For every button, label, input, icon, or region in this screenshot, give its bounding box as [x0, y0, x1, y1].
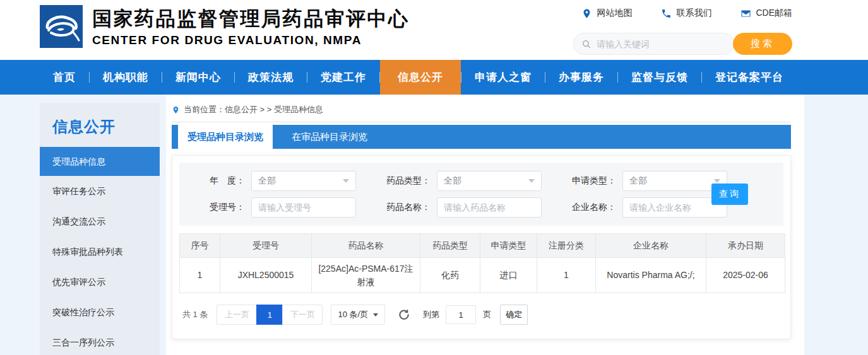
prev-page-button[interactable]: 上一页 — [217, 305, 257, 325]
map-pin-icon — [581, 8, 592, 19]
cell-acceptance-no: JXHL2500015 — [220, 258, 312, 293]
drug-type-filter: 药品类型： 全部 — [386, 171, 554, 191]
caret-down-icon — [343, 179, 349, 183]
acceptance-no-input[interactable] — [251, 197, 356, 218]
sidebar-item-three-in-one[interactable]: 三合一序列公示 — [40, 327, 160, 355]
col-header-drug-type: 药品类型 — [420, 234, 480, 258]
query-button[interactable]: 查询 — [711, 183, 748, 205]
apply-type-select-value: 全部 — [629, 175, 647, 187]
col-header-date: 承办日期 — [706, 234, 785, 258]
drug-name-label: 药品名称： — [386, 202, 431, 213]
nav-item-applicant-window[interactable]: 申请人之窗 — [461, 60, 545, 95]
site-subtitle: CENTER FOR DRUG EVALUATION, NMPA — [92, 33, 410, 47]
sitemap-link[interactable]: 网站地图 — [581, 8, 632, 19]
nav-item-home[interactable]: 首页 — [40, 60, 89, 95]
refresh-icon[interactable] — [398, 308, 410, 321]
tab-bar: 受理品种目录浏览 在审品种目录浏览 — [172, 125, 791, 149]
sidebar-item-breakthrough-therapy[interactable]: 突破性治疗公示 — [40, 297, 160, 327]
breadcrumb: 当前位置：信息公开 > > 受理品种信息 — [172, 104, 791, 122]
acceptance-no-label: 受理号： — [201, 202, 245, 213]
nav-item-services[interactable]: 办事服务 — [545, 60, 617, 95]
filter-row-1: 年 度： 全部 药品类型： 全部 申请类型： — [179, 168, 783, 194]
col-header-drug-name: 药品名称 — [312, 234, 420, 258]
table-header-row: 序号 受理号 药品名称 药品类型 申请类型 注册分类 企业名称 承办日期 — [180, 234, 785, 258]
col-header-acceptance-no: 受理号 — [220, 234, 312, 258]
goto-unit: 页 — [483, 309, 491, 320]
breadcrumb-text: 当前位置：信息公开 > > 受理品种信息 — [184, 104, 323, 115]
col-header-seq: 序号 — [180, 234, 220, 258]
sidebar-item-special-approval[interactable]: 特殊审批品种列表 — [40, 236, 160, 267]
site-header: 国家药品监督管理局药品审评中心 CENTER FOR DRUG EVALUATI… — [0, 0, 868, 60]
content-column: 当前位置：信息公开 > > 受理品种信息 受理品种目录浏览 在审品种目录浏览 年… — [166, 95, 804, 355]
cell-drug-name: [225Ac]Ac-PSMA-617注射液 — [312, 258, 420, 293]
mailbox-label: CDE邮箱 — [756, 8, 792, 19]
search-box[interactable] — [573, 33, 734, 55]
nav-item-news[interactable]: 新闻中心 — [162, 60, 234, 95]
content-panel: 年 度： 全部 药品类型： 全部 申请类型： — [172, 155, 791, 339]
year-select-value: 全部 — [258, 175, 276, 187]
col-header-apply-type: 申请类型 — [480, 234, 537, 258]
phone-icon — [661, 8, 672, 19]
year-filter: 年 度： 全部 — [201, 171, 369, 191]
sidebar: 信息公开 受理品种信息 审评任务公示 沟通交流公示 特殊审批品种列表 优先审评公… — [40, 103, 160, 355]
breadcrumb-divider — [172, 122, 791, 122]
cell-drug-type: 化药 — [420, 258, 480, 293]
sidebar-item-review-tasks[interactable]: 审评任务公示 — [40, 176, 160, 206]
mailbox-link[interactable]: CDE邮箱 — [740, 8, 792, 19]
nav-item-registration-platform[interactable]: 登记备案平台 — [702, 60, 797, 95]
col-header-reg-class: 注册分类 — [537, 234, 596, 258]
cell-company: Novartis Pharma AG;/; — [596, 258, 706, 293]
search-icon — [581, 39, 592, 49]
search-button[interactable]: 搜索 — [733, 33, 792, 55]
sidebar-title: 信息公开 — [40, 103, 160, 147]
search-input[interactable] — [597, 39, 710, 49]
drug-type-select[interactable]: 全部 — [437, 171, 542, 191]
drug-name-filter: 药品名称： — [386, 197, 554, 218]
tab-accepted-catalog[interactable]: 受理品种目录浏览 — [178, 125, 273, 149]
sidebar-item-communication[interactable]: 沟通交流公示 — [40, 206, 160, 236]
total-count: 共 1 条 — [182, 309, 208, 320]
contact-link[interactable]: 联系我们 — [661, 8, 711, 19]
table-row: 1 JXHL2500015 [225Ac]Ac-PSMA-617注射液 化药 进… — [180, 258, 785, 293]
header-quick-links: 网站地图 联系我们 CDE邮箱 — [581, 8, 792, 19]
main-nav: 首页 机构职能 新闻中心 政策法规 党建工作 信息公开 申请人之窗 办事服务 监… — [0, 60, 868, 95]
apply-type-label: 申请类型： — [572, 175, 616, 187]
nav-item-functions[interactable]: 机构职能 — [90, 60, 162, 95]
tab-under-review-catalog[interactable]: 在审品种目录浏览 — [273, 125, 386, 149]
drug-name-input[interactable] — [437, 197, 542, 218]
sidebar-item-priority-review[interactable]: 优先审评公示 — [40, 267, 160, 297]
site-title: 国家药品监督管理局药品审评中心 — [92, 6, 410, 32]
page-size-value: 10 条/页 — [338, 309, 368, 320]
mail-icon — [740, 8, 751, 19]
nav-item-info-disclosure[interactable]: 信息公开 — [380, 60, 461, 95]
cell-date: 2025-02-06 — [706, 258, 785, 293]
pagination: 共 1 条 上一页 1 下一页 10 条/页 到第 页 确定 — [179, 305, 783, 325]
nav-item-party-building[interactable]: 党建工作 — [307, 60, 379, 95]
sidebar-item-accepted-products[interactable]: 受理品种信息 — [40, 147, 160, 176]
nav-item-supervision-feedback[interactable]: 监督与反馈 — [618, 60, 701, 95]
company-name-label: 企业名称： — [572, 202, 616, 213]
page-buttons: 上一页 1 下一页 — [217, 305, 323, 325]
current-page-button[interactable]: 1 — [256, 305, 283, 325]
cell-seq: 1 — [180, 258, 220, 293]
results-table: 序号 受理号 药品名称 药品类型 申请类型 注册分类 企业名称 承办日期 1 J… — [179, 233, 785, 293]
main-area: 信息公开 受理品种信息 审评任务公示 沟通交流公示 特殊审批品种列表 优先审评公… — [0, 95, 868, 355]
col-header-company: 企业名称 — [596, 234, 706, 258]
caret-down-icon — [528, 179, 535, 183]
year-label: 年 度： — [201, 175, 245, 187]
cell-apply-type: 进口 — [480, 258, 537, 293]
header-search: 搜索 — [573, 33, 792, 55]
drug-type-label: 药品类型： — [386, 175, 431, 187]
acceptance-no-filter: 受理号： — [201, 197, 369, 218]
goto-label: 到第 — [423, 309, 439, 320]
chevron-down-icon — [373, 313, 378, 317]
goto-page-input[interactable] — [446, 305, 476, 324]
cell-reg-class: 1 — [537, 258, 596, 293]
sitemap-label: 网站地图 — [597, 8, 632, 19]
year-select[interactable]: 全部 — [251, 171, 356, 191]
page-size-select[interactable]: 10 条/页 — [331, 305, 385, 325]
confirm-button[interactable]: 确定 — [500, 305, 528, 325]
next-page-button[interactable]: 下一页 — [282, 305, 323, 325]
contact-label: 联系我们 — [676, 8, 711, 19]
nav-item-policies[interactable]: 政策法规 — [235, 60, 307, 95]
